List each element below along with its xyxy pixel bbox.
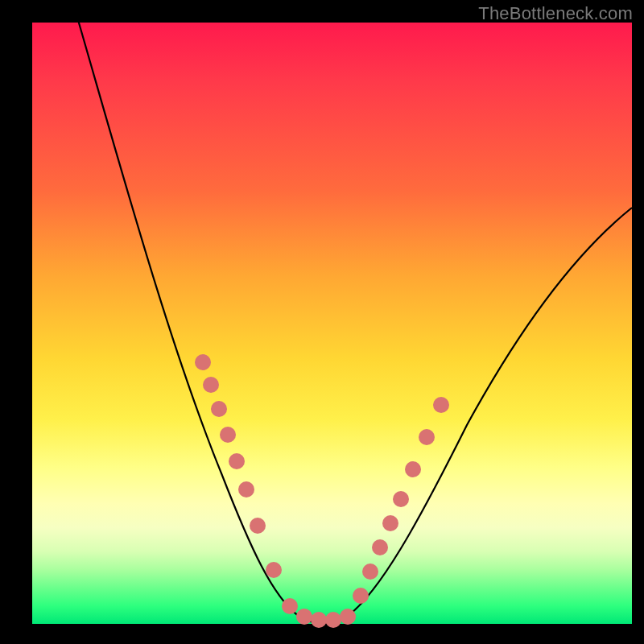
- marker-dot: [195, 354, 211, 370]
- marker-dot: [211, 401, 227, 417]
- marker-dot: [372, 539, 388, 555]
- marker-dot: [340, 609, 356, 625]
- marker-dot: [203, 377, 219, 393]
- marker-dot: [405, 461, 421, 477]
- chart-frame: TheBottleneck.com: [0, 0, 644, 644]
- marker-dot: [282, 598, 298, 614]
- marker-dot: [382, 515, 398, 531]
- marker-dot: [362, 564, 378, 580]
- marker-dot: [433, 397, 449, 413]
- marker-dot: [311, 612, 327, 628]
- marker-dot: [353, 588, 369, 604]
- marker-dot: [266, 562, 282, 578]
- marker-dot: [250, 518, 266, 534]
- marker-dot: [325, 612, 341, 628]
- marker-dot: [238, 481, 254, 497]
- bottleneck-curve-svg: [32, 23, 632, 624]
- marker-dot: [220, 427, 236, 443]
- marker-dot: [229, 453, 245, 469]
- watermark-text: TheBottleneck.com: [478, 3, 633, 24]
- marker-dot: [296, 609, 312, 625]
- bottleneck-curve: [76, 14, 632, 623]
- marker-dot: [419, 429, 435, 445]
- marker-dot: [393, 491, 409, 507]
- plot-area: [32, 23, 632, 624]
